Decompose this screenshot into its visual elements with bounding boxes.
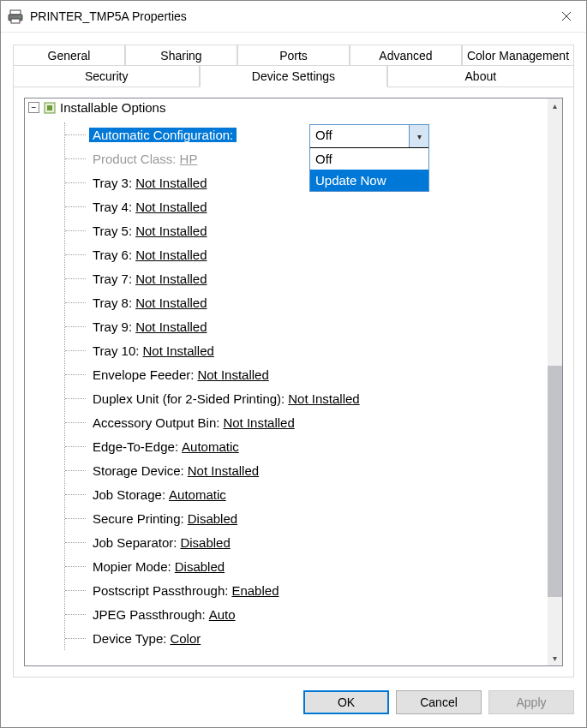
tree-item-label: Tray 4: — [93, 200, 132, 214]
tree-item-value[interactable]: Auto — [209, 607, 236, 622]
tree-item[interactable]: Tray 4: Not Installed — [65, 194, 533, 218]
tree-item-label: Postscript Passthrough: — [93, 583, 228, 598]
tree-item[interactable]: JPEG Passthrough: Auto — [65, 602, 533, 626]
svg-rect-7 — [47, 105, 52, 110]
tree-item-value[interactable]: Not Installed — [135, 295, 207, 310]
tree-item-value[interactable]: Color — [170, 631, 201, 646]
dropdown-option-update-now[interactable]: Update Now — [310, 170, 428, 191]
tree-item[interactable]: Product Class: HP — [65, 146, 533, 170]
tree-item[interactable]: Tray 3: Not Installed — [65, 170, 533, 194]
tree-item[interactable]: Tray 10: Not Installed — [65, 338, 533, 362]
scroll-down-icon[interactable]: ▾ — [548, 651, 562, 665]
settings-tree: − Installable Options Automatic Configur… — [24, 98, 563, 666]
dropdown-option-off[interactable]: Off — [310, 148, 428, 170]
tab-advanced[interactable]: Advanced — [350, 45, 462, 66]
dialog-body: General Sharing Ports Advanced Color Man… — [1, 33, 586, 677]
tree-item-value[interactable]: Disabled — [175, 559, 225, 574]
tab-color-management[interactable]: Color Management — [462, 45, 574, 66]
close-button[interactable] — [547, 1, 586, 32]
chevron-down-icon[interactable]: ▾ — [409, 125, 428, 147]
tree-item-value[interactable]: HP — [180, 152, 198, 166]
tree-item[interactable]: Duplex Unit (for 2-Sided Printing): Not … — [65, 386, 533, 410]
tree-item-label: Automatic Configuration: — [93, 128, 233, 142]
tab-ports[interactable]: Ports — [237, 45, 350, 66]
tree-item-label: Duplex Unit (for 2-Sided Printing): — [93, 391, 285, 406]
tree-item-label: Product Class: — [93, 152, 177, 166]
apply-button[interactable]: Apply — [488, 690, 574, 714]
tree-item-value[interactable]: Disabled — [188, 511, 237, 526]
tree-item-label: Tray 9: — [93, 319, 132, 334]
tree-item[interactable]: Storage Device: Not Installed — [65, 458, 533, 482]
tree-item-label: Tray 3: — [93, 176, 132, 190]
scrollbar-thumb[interactable] — [548, 366, 562, 597]
close-icon — [561, 11, 572, 21]
tab-device-settings[interactable]: Device Settings — [200, 65, 386, 87]
tree-item-label: Job Storage: — [93, 487, 165, 502]
tree-item-value[interactable]: Not Installed — [135, 248, 207, 262]
scrollbar-track[interactable] — [548, 113, 562, 651]
tree-item[interactable]: Job Separator: Disabled — [65, 530, 533, 554]
tree-item[interactable]: Envelope Feeder: Not Installed — [65, 362, 533, 386]
tree-item[interactable]: Tray 7: Not Installed — [65, 266, 533, 290]
vertical-scrollbar[interactable]: ▴ ▾ — [548, 98, 562, 665]
ok-button[interactable]: OK — [303, 690, 389, 714]
tree-root-label: Installable Options — [60, 100, 165, 115]
tree-item-label: Tray 7: — [93, 272, 132, 286]
tab-security[interactable]: Security — [13, 65, 200, 87]
window-title: PRINTER_TMP5A Properties — [30, 9, 547, 23]
tab-about[interactable]: About — [387, 65, 574, 87]
tree-item-label: Mopier Mode: — [93, 559, 171, 574]
collapse-icon[interactable]: − — [28, 102, 39, 113]
tree-item-value[interactable]: Not Installed — [135, 176, 207, 190]
tree-item-value[interactable]: Not Installed — [223, 415, 294, 430]
tree-item-value[interactable]: Automatic — [182, 439, 239, 454]
tab-panel-device-settings: − Installable Options Automatic Configur… — [13, 87, 574, 677]
tree-item-value[interactable]: Disabled — [180, 535, 230, 550]
tree-item-value[interactable]: Not Installed — [135, 272, 207, 286]
tree-item-value[interactable]: Not Installed — [142, 343, 213, 358]
tree-item[interactable]: Tray 9: Not Installed — [65, 314, 533, 338]
printer-icon — [8, 9, 23, 24]
tab-general[interactable]: General — [13, 45, 125, 66]
tree-root-installable-options[interactable]: − Installable Options — [25, 100, 548, 115]
tree-item[interactable]: Tray 6: Not Installed — [65, 242, 533, 266]
dialog-footer: OK Cancel Apply — [1, 677, 586, 727]
tree-item-label: JPEG Passthrough: — [93, 607, 206, 622]
tree-item-value[interactable]: Not Installed — [135, 200, 207, 214]
tree-item-label: Job Separator: — [93, 535, 177, 550]
titlebar: PRINTER_TMP5A Properties — [1, 1, 586, 33]
tree-item[interactable]: Automatic Configuration: — [65, 122, 533, 146]
tree-item[interactable]: Mopier Mode: Disabled — [65, 554, 533, 578]
tree-item-label: Accessory Output Bin: — [93, 415, 219, 430]
automatic-configuration-dropdown[interactable]: Off ▾ Off Update Now — [309, 124, 429, 192]
tree-item[interactable]: Tray 5: Not Installed — [65, 218, 533, 242]
tree-item-value[interactable]: Not Installed — [135, 319, 207, 334]
cancel-button[interactable]: Cancel — [396, 690, 482, 714]
tree-item-label: Envelope Feeder: — [93, 367, 194, 382]
dropdown-current-value: Off — [310, 125, 409, 147]
tree-item-value[interactable]: Automatic — [169, 487, 226, 502]
dropdown-list: Off Update Now — [310, 147, 428, 191]
svg-rect-2 — [11, 19, 20, 23]
tree-item-label: Storage Device: — [93, 463, 184, 478]
tree-item[interactable]: Job Storage: Automatic — [65, 482, 533, 506]
tree-item-value[interactable]: Not Installed — [288, 391, 359, 406]
tree-item[interactable]: Device Type: Color — [65, 626, 533, 650]
svg-point-3 — [19, 15, 21, 17]
tree-item-value[interactable]: Enabled — [231, 583, 279, 598]
tree-item[interactable]: Tray 8: Not Installed — [65, 290, 533, 314]
tree-item-value[interactable]: Not Installed — [197, 367, 268, 382]
tree-item-value[interactable]: Not Installed — [135, 224, 207, 238]
properties-dialog: PRINTER_TMP5A Properties General Sharing… — [0, 0, 587, 728]
options-icon — [43, 101, 57, 115]
tree-item[interactable]: Secure Printing: Disabled — [65, 506, 533, 530]
tree-item-label: Tray 5: — [93, 224, 132, 238]
tree-item-value[interactable]: Not Installed — [188, 463, 259, 478]
tab-sharing[interactable]: Sharing — [125, 45, 237, 66]
scroll-up-icon[interactable]: ▴ — [548, 98, 562, 113]
tree-item[interactable]: Postscript Passthrough: Enabled — [65, 578, 533, 602]
tree-item[interactable]: Edge-To-Edge: Automatic — [65, 434, 533, 458]
tree-item[interactable]: Accessory Output Bin: Not Installed — [65, 410, 533, 434]
svg-rect-0 — [10, 10, 21, 15]
tree-item-label: Tray 10: — [93, 343, 139, 358]
